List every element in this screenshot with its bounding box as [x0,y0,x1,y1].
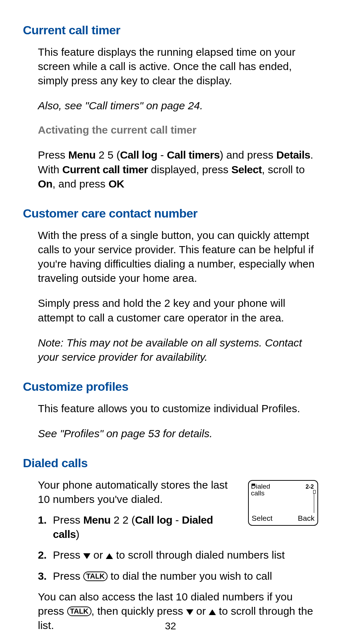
option-on: On [38,178,53,190]
text: Press [53,549,83,561]
softkey-ok: OK [108,178,124,190]
menu-call-log: Call log [120,149,157,161]
text: Press [53,514,83,526]
list-item: 2. Press or to scroll through dialed num… [38,548,318,562]
page-number: 32 [0,619,341,633]
activating-timer-steps: Press Menu 2 5 (Call log - Call timers) … [38,148,318,191]
dialed-calls-intro: Your phone automatically stores the last… [38,478,238,506]
heading-dialed-calls: Dialed calls [23,455,318,471]
text: , scroll to [262,164,305,175]
arrow-down-icon [83,553,90,559]
step2-body: Press or to scroll through dialed number… [53,548,318,562]
dialed-calls-text: Your phone automatically stores the last… [38,478,238,542]
heading-customer-care: Customer care contact number [23,205,318,222]
customize-profiles-body: This feature allows you to customize ind… [38,401,318,416]
screen-title-line1: Dialed [251,483,270,490]
arrow-up-icon [209,609,216,615]
dialed-calls-row: Dialed calls 2-2 Select Back Your phone … [38,478,318,548]
menu-call-timers: Call timers [167,149,220,161]
talk-key-icon: TALK [83,571,108,581]
key-menu: Menu [68,149,95,161]
option-current-call-timer: Current call timer [62,164,148,175]
text: Press [38,149,68,161]
step3-body: Press TALK to dial the number you wish t… [53,569,318,583]
arrow-up-icon [106,553,113,559]
heading-current-call-timer: Current call timer [23,22,318,39]
screen-title-line2: calls [251,489,265,497]
text: - [157,149,167,161]
scrollbar-icon [313,490,315,514]
text: 2 5 ( [95,149,120,161]
text: or [193,605,209,617]
talk-key-icon: TALK [67,606,92,616]
text: , then quickly press [92,605,186,617]
text: to dial the number you wish to call [108,570,272,582]
menu-call-log: Call log [135,514,172,526]
current-call-timer-body: This feature displays the running elapse… [38,45,318,88]
screen-indicator: 2-2 [306,483,314,490]
text: ) [76,528,79,540]
text: - [172,514,182,526]
softkey-details: Details [276,149,310,161]
text: ) and press [220,149,276,161]
list-item: 1. Press Menu 2 2 (Call log - Dialed cal… [38,513,238,541]
softkey-select: Select [231,164,262,175]
customer-care-p2: Simply press and hold the 2 key and your… [38,296,318,325]
heading-customize-profiles: Customize profiles [23,379,318,395]
text: or [90,549,106,561]
arrow-down-icon [186,609,193,615]
list-item: 3. Press TALK to dial the number you wis… [38,569,318,583]
text: displayed, press [148,164,231,175]
customize-profiles-crossref: See "Profiles" on page 53 for details. [38,426,318,441]
step-number: 2. [38,548,53,562]
manual-page: Current call timer This feature displays… [0,0,341,644]
text: to scroll through dialed numbers list [113,549,285,561]
subheading-activating-timer: Activating the current call timer [38,123,318,137]
softkey-right-label: Back [298,513,315,523]
current-call-timer-crossref: Also, see "Call timers" on page 24. [38,99,318,113]
step-number: 1. [38,513,53,541]
dialed-calls-steps-continued: 2. Press or to scroll through dialed num… [38,548,318,583]
softkey-left-label: Select [252,513,272,523]
text: 2 2 ( [110,514,135,526]
customer-care-note: Note: This may not be available on all s… [38,336,318,364]
step-number: 3. [38,569,53,583]
phone-screen-figure: Dialed calls 2-2 Select Back [248,480,318,526]
key-menu: Menu [83,514,110,526]
text: Press [53,570,83,582]
screen-title: Dialed calls [251,483,270,496]
customer-care-p1: With the press of a single button, you c… [38,228,318,286]
text: , and press [53,178,109,190]
step1-body: Press Menu 2 2 (Call log - Dialed calls) [53,513,238,541]
